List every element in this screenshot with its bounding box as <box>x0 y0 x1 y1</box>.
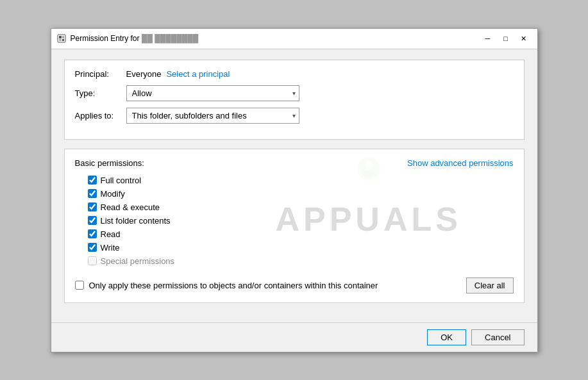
svg-rect-3 <box>62 36 64 38</box>
modify-checkbox[interactable] <box>88 189 97 198</box>
principal-label: Principal: <box>75 69 126 79</box>
principal-name: Everyone <box>126 69 162 79</box>
full-control-checkbox[interactable] <box>88 176 97 185</box>
write-label: Write <box>101 243 120 252</box>
list-folder-label: List folder contents <box>101 216 171 226</box>
special-permissions-checkbox <box>88 256 97 265</box>
principal-row: Principal: Everyone Select a principal <box>75 69 514 79</box>
type-dropdown[interactable]: Allow Deny <box>126 85 299 101</box>
window-body: Principal: Everyone Select a principal T… <box>51 49 537 322</box>
show-advanced-link[interactable]: Show advanced permissions <box>407 158 513 168</box>
permissions-header: Basic permissions: Show advanced permiss… <box>75 158 514 168</box>
list-item: Modify <box>88 189 514 199</box>
list-item: List folder contents <box>88 216 514 226</box>
read-checkbox[interactable] <box>88 229 97 238</box>
basic-permissions-title: Basic permissions: <box>75 158 144 168</box>
title-bar: Permission Entry for ██ ████████ ─ □ ✕ <box>51 29 537 49</box>
basic-permissions-section: APPUALS Basic permissions: Show advanced… <box>64 149 525 303</box>
list-item: Write <box>88 243 514 252</box>
ok-button[interactable]: OK <box>427 329 466 345</box>
select-principal-link[interactable]: Select a principal <box>166 69 230 79</box>
list-item: Full control <box>88 176 514 185</box>
top-section: Principal: Everyone Select a principal T… <box>64 60 525 140</box>
read-execute-label: Read & execute <box>101 202 160 212</box>
special-permissions-label: Special permissions <box>101 256 175 266</box>
window-footer: OK Cancel <box>51 322 537 352</box>
applies-to-dropdown-wrapper: This folder, subfolders and files This f… <box>126 108 299 124</box>
svg-rect-1 <box>59 36 62 38</box>
clear-all-button[interactable]: Clear all <box>466 277 514 293</box>
write-checkbox[interactable] <box>88 243 97 252</box>
type-row: Type: Allow Deny ▾ <box>75 85 514 101</box>
svg-rect-2 <box>59 39 62 41</box>
full-control-label: Full control <box>101 176 142 185</box>
bottom-row: Only apply these permissions to objects … <box>75 277 514 293</box>
permissions-list: Full control Modify Read & execute List … <box>88 176 514 266</box>
only-apply-label: Only apply these permissions to objects … <box>89 281 378 290</box>
cancel-button[interactable]: Cancel <box>471 329 524 345</box>
svg-rect-4 <box>62 39 64 41</box>
maximize-button[interactable]: □ <box>498 30 514 47</box>
only-apply-row: Only apply these permissions to objects … <box>75 281 378 290</box>
minimize-button[interactable]: ─ <box>480 30 496 47</box>
type-label: Type: <box>75 88 126 98</box>
only-apply-checkbox[interactable] <box>75 281 84 290</box>
modify-label: Modify <box>101 189 125 199</box>
list-item: Read & execute <box>88 202 514 212</box>
applies-to-row: Applies to: This folder, subfolders and … <box>75 108 514 124</box>
window-title: Permission Entry for ██ ████████ <box>71 34 480 43</box>
close-button[interactable]: ✕ <box>516 30 532 47</box>
read-execute-checkbox[interactable] <box>88 202 97 211</box>
read-label: Read <box>101 229 121 239</box>
title-bar-controls: ─ □ ✕ <box>480 30 532 47</box>
window-icon <box>56 33 67 44</box>
permission-entry-window: Permission Entry for ██ ████████ ─ □ ✕ P… <box>51 28 538 352</box>
list-folder-checkbox[interactable] <box>88 216 97 225</box>
list-item: Special permissions <box>88 256 514 266</box>
list-item: Read <box>88 229 514 239</box>
applies-to-label: Applies to: <box>75 111 126 120</box>
type-dropdown-wrapper: Allow Deny ▾ <box>126 85 299 101</box>
applies-to-dropdown[interactable]: This folder, subfolders and files This f… <box>126 108 299 124</box>
